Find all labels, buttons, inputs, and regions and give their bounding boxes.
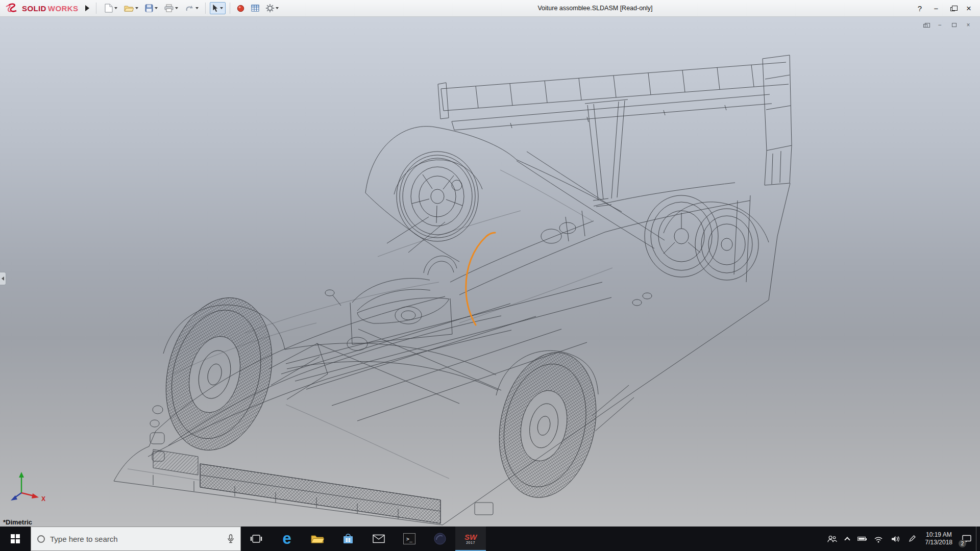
terminal-icon: >_ xyxy=(406,536,412,542)
axis-x-label: X xyxy=(41,495,45,502)
dropdown-caret[interactable] xyxy=(220,7,223,9)
chevron-left-icon xyxy=(2,277,4,281)
view-orientation-label: *Dimetric xyxy=(3,518,32,526)
taskbar-app-file-explorer[interactable] xyxy=(302,527,333,551)
battery-button[interactable] xyxy=(853,527,870,551)
print-button[interactable] xyxy=(162,2,181,14)
dropdown-caret[interactable] xyxy=(155,7,158,9)
open-folder-icon xyxy=(124,4,134,12)
new-document-icon xyxy=(105,4,113,13)
brand-text-solid: SOLID xyxy=(22,4,46,13)
tray-overflow-button[interactable] xyxy=(841,527,853,551)
people-button[interactable] xyxy=(823,527,841,551)
windows-logo-icon xyxy=(11,534,20,543)
menu-expand-arrow[interactable] xyxy=(85,5,89,11)
document-window-controls: − × xyxy=(921,21,973,29)
toolbar-separator xyxy=(230,3,230,14)
new-document-button[interactable] xyxy=(102,2,120,15)
mail-icon xyxy=(373,534,385,543)
doc-maximize-button[interactable] xyxy=(949,21,959,29)
show-desktop-button[interactable] xyxy=(976,527,980,551)
window-controls: ? − × xyxy=(913,0,976,17)
doc-close-button[interactable]: × xyxy=(964,21,973,29)
action-center-button[interactable]: 2 xyxy=(958,527,976,551)
graphics-viewport[interactable]: − × X *Dimetric xyxy=(0,17,980,527)
battery-icon xyxy=(857,537,866,541)
task-view-icon xyxy=(250,534,262,544)
dropdown-caret[interactable] xyxy=(195,7,199,9)
volume-button[interactable] xyxy=(887,527,904,551)
design-table-button[interactable] xyxy=(249,3,262,14)
start-button[interactable] xyxy=(0,527,31,551)
quick-access-toolbar xyxy=(102,2,281,15)
restore-icon xyxy=(950,7,955,11)
toolbar-separator xyxy=(205,3,206,14)
pen-icon xyxy=(908,535,916,543)
dropdown-caret[interactable] xyxy=(114,7,117,9)
system-tray: 10:19 AM 7/13/2018 2 xyxy=(823,527,980,551)
save-button[interactable] xyxy=(142,2,160,14)
taskbar-app-terminal[interactable]: >_ xyxy=(394,527,425,551)
clock-date: 7/13/2018 xyxy=(925,539,952,546)
select-cursor-icon xyxy=(212,4,218,12)
window-title: Voiture assomblee.SLDASM [Read-only] xyxy=(537,5,652,12)
dark-app-icon xyxy=(434,533,446,545)
solidworks-brand: SOLIDWORKS xyxy=(0,3,78,14)
wifi-icon xyxy=(874,535,883,543)
taskbar-app-solidworks[interactable]: SW 2017 xyxy=(455,527,486,551)
solidworks-window: SOLIDWORKS xyxy=(0,0,980,551)
chevron-up-icon xyxy=(844,537,850,542)
dropdown-caret[interactable] xyxy=(175,7,178,9)
clock-time: 10:19 AM xyxy=(926,531,952,539)
search-placeholder: Type here to search xyxy=(50,535,222,543)
restore-button[interactable] xyxy=(945,3,960,15)
close-button[interactable]: × xyxy=(962,3,976,15)
pen-button[interactable] xyxy=(904,527,920,551)
wireframe-car-model xyxy=(0,17,980,527)
taskbar-app-mail[interactable] xyxy=(363,527,394,551)
taskbar-app-store[interactable] xyxy=(333,527,363,551)
save-icon xyxy=(145,4,153,12)
taskbar-search[interactable]: Type here to search xyxy=(31,527,241,551)
network-button[interactable] xyxy=(870,527,887,551)
open-button[interactable] xyxy=(121,2,141,14)
undo-button[interactable] xyxy=(182,3,201,14)
red-sphere-icon xyxy=(237,5,244,12)
taskbar-app-edge[interactable]: e xyxy=(272,527,302,551)
appearance-button[interactable] xyxy=(234,3,247,14)
solidworks-app-icon: SW xyxy=(464,534,477,541)
y-axis-arrow xyxy=(19,472,24,478)
undo-icon xyxy=(185,5,194,12)
search-icon xyxy=(37,535,45,543)
microphone-icon[interactable] xyxy=(227,534,234,543)
table-icon xyxy=(251,5,259,12)
solidworks-app-year: 2017 xyxy=(466,541,475,544)
maximize-icon xyxy=(952,23,957,27)
toolbar-separator xyxy=(96,3,96,14)
reference-triad: X xyxy=(9,470,55,502)
panel-expand-tab[interactable] xyxy=(0,272,6,285)
minimize-button[interactable]: − xyxy=(929,3,943,15)
taskbar-clock[interactable]: 10:19 AM 7/13/2018 xyxy=(920,531,958,546)
store-icon xyxy=(342,533,354,544)
windows-taskbar: Type here to search e xyxy=(0,527,980,551)
restore-icon xyxy=(923,24,927,28)
doc-restore-group-button[interactable] xyxy=(921,21,930,29)
speaker-icon xyxy=(891,535,900,543)
edge-icon: e xyxy=(282,532,291,546)
title-bar: SOLIDWORKS xyxy=(0,0,980,17)
gear-icon xyxy=(266,4,274,12)
select-button[interactable] xyxy=(210,2,226,14)
help-button[interactable]: ? xyxy=(913,3,927,15)
people-icon xyxy=(827,535,837,543)
brand-text-works: WORKS xyxy=(48,4,79,13)
options-button[interactable] xyxy=(263,2,281,14)
doc-minimize-button[interactable]: − xyxy=(935,21,944,29)
file-explorer-icon xyxy=(311,534,324,544)
x-axis-arrow xyxy=(32,493,39,498)
task-view-button[interactable] xyxy=(241,527,272,551)
dropdown-caret[interactable] xyxy=(276,7,279,9)
dropdown-caret[interactable] xyxy=(135,7,138,9)
print-icon xyxy=(164,4,174,12)
taskbar-app-dark[interactable] xyxy=(425,527,455,551)
